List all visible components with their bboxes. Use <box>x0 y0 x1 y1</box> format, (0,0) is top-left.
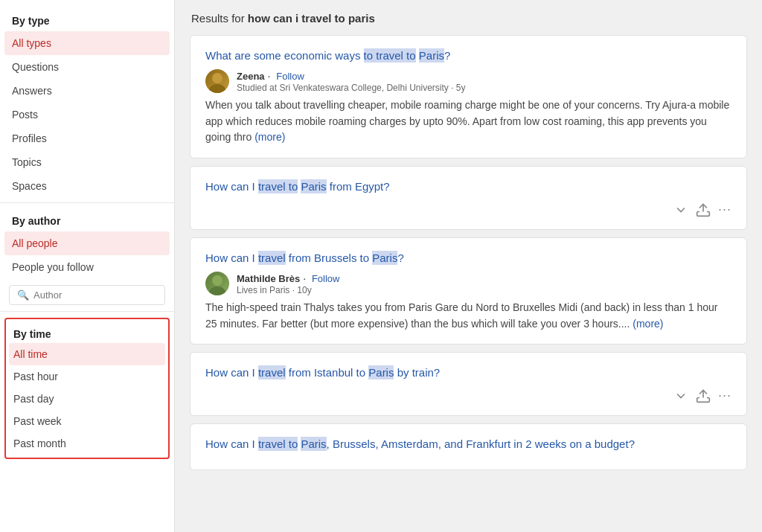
author-name-row: Zeena · Follow <box>237 70 465 82</box>
follow-link-1[interactable]: Follow <box>276 71 304 82</box>
sidebar-item-profiles[interactable]: Profiles <box>0 126 174 150</box>
downvote-button-4[interactable] <box>673 388 688 403</box>
question-link-1[interactable]: What are some economic ways to travel to… <box>205 48 731 63</box>
result-card-4: How can I travel from Istanbul to Paris … <box>190 352 747 416</box>
sidebar-item-all-people[interactable]: All people <box>4 231 170 255</box>
by-author-label: By author <box>0 208 174 231</box>
highlight: Paris <box>368 365 394 379</box>
sidebar-item-people-you-follow[interactable]: People you follow <box>0 255 174 279</box>
sidebar-item-past-hour[interactable]: Past hour <box>6 365 168 388</box>
sidebar: By type All types Questions Answers Post… <box>0 0 175 532</box>
question-link-4[interactable]: How can I travel from Istanbul to Paris … <box>205 365 731 380</box>
main-content: Results for how can i travel to paris Wh… <box>175 0 762 532</box>
svg-point-4 <box>209 286 225 295</box>
question-link-5[interactable]: How can I travel to Paris, Brussels, Ams… <box>205 436 731 452</box>
avatar-illustration <box>205 69 229 93</box>
highlight: Paris <box>301 437 326 451</box>
author-name-1: Zeena <box>237 71 265 82</box>
sidebar-item-topics[interactable]: Topics <box>0 150 174 174</box>
card-actions-4: ··· <box>205 388 731 403</box>
svg-point-0 <box>212 73 222 83</box>
highlight: to travel to <box>364 48 416 63</box>
downvote-button-2[interactable] <box>673 202 688 217</box>
highlight: travel to <box>258 437 298 451</box>
sidebar-item-all-types[interactable]: All types <box>4 31 170 55</box>
downvote-icon <box>673 202 688 217</box>
author-info-1: Zeena · Follow Studied at Sri Venkateswa… <box>237 70 465 93</box>
svg-point-1 <box>209 84 225 93</box>
results-query: how can i travel to paris <box>248 12 375 25</box>
sidebar-item-past-day[interactable]: Past day <box>6 388 168 410</box>
highlight: travel to <box>258 179 298 193</box>
question-link-3[interactable]: How can I travel from Brussels to Paris? <box>205 250 731 266</box>
sidebar-item-past-month[interactable]: Past month <box>6 432 168 455</box>
highlight: Paris <box>301 179 326 193</box>
highlight: Paris <box>409 301 432 313</box>
avatar-zeena <box>205 69 229 93</box>
share-icon-4 <box>696 388 711 403</box>
more-options-button-2[interactable]: ··· <box>718 202 731 217</box>
sidebar-item-past-week[interactable]: Past week <box>6 410 168 432</box>
dot-separator-3: · <box>303 272 309 284</box>
author-meta-3: Lives in Paris · 10y <box>237 285 340 295</box>
result-card-2: How can I travel to Paris from Egypt? ··… <box>190 166 747 230</box>
author-row-3: Mathilde Brès · Follow Lives in Paris · … <box>205 272 731 295</box>
highlight: to <box>501 301 510 313</box>
results-prefix: Results for <box>191 12 248 25</box>
divider-2 <box>0 311 174 312</box>
card-body-3: The high-speed train Thalys takes you fr… <box>205 300 731 332</box>
author-name-row-3: Mathilde Brès · Follow <box>237 272 340 284</box>
card-actions-2: ··· <box>205 202 731 217</box>
highlight: Paris <box>419 48 444 63</box>
share-icon <box>696 202 711 217</box>
by-time-section: By time All time Past hour Past day Past… <box>4 318 170 459</box>
sidebar-item-answers[interactable]: Answers <box>0 79 174 103</box>
share-button-4[interactable] <box>696 388 711 403</box>
follow-link-3[interactable]: Follow <box>312 273 340 284</box>
svg-point-3 <box>212 275 222 286</box>
by-time-label: By time <box>6 322 168 343</box>
divider-1 <box>0 202 174 203</box>
results-header: Results for how can i travel to paris <box>190 12 747 25</box>
more-link-1[interactable]: (more) <box>254 131 285 143</box>
more-link-3[interactable]: (more) <box>633 318 663 330</box>
author-meta-1: Studied at Sri Venkateswara College, Del… <box>237 83 465 93</box>
highlight: travel <box>258 365 286 379</box>
dot-separator: · <box>267 70 273 82</box>
highlight: Paris <box>372 251 397 265</box>
result-card-1: What are some economic ways to travel to… <box>190 35 747 158</box>
question-link-2[interactable]: How can I travel to Paris from Egypt? <box>205 179 731 194</box>
author-search-input[interactable] <box>33 289 157 301</box>
avatar-illustration-mathilde <box>205 272 229 295</box>
author-info-3: Mathilde Brès · Follow Lives in Paris · … <box>237 272 340 295</box>
card-body-1: When you talk about travelling cheaper, … <box>205 97 731 146</box>
result-card-5: How can I travel to Paris, Brussels, Ams… <box>190 423 747 470</box>
search-icon: 🔍 <box>17 289 29 301</box>
sidebar-item-spaces[interactable]: Spaces <box>0 174 174 198</box>
author-row-1: Zeena · Follow Studied at Sri Venkateswa… <box>205 69 731 93</box>
author-name-3: Mathilde Brès <box>237 273 300 284</box>
avatar-mathilde <box>205 272 229 295</box>
more-options-button-4[interactable]: ··· <box>718 388 731 403</box>
downvote-icon-4 <box>673 388 688 403</box>
sidebar-item-questions[interactable]: Questions <box>0 55 174 79</box>
sidebar-item-all-time[interactable]: All time <box>9 343 165 365</box>
sidebar-item-posts[interactable]: Posts <box>0 103 174 126</box>
author-search-box[interactable]: 🔍 <box>9 285 165 305</box>
highlight: travel <box>258 251 286 265</box>
result-card-3: How can I travel from Brussels to Paris?… <box>190 237 747 344</box>
share-button-2[interactable] <box>696 202 711 217</box>
by-type-label: By type <box>0 7 174 31</box>
